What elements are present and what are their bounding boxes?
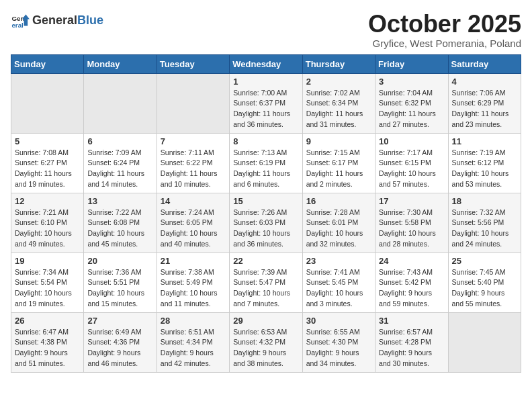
day-info: Sunrise: 7:45 AM Sunset: 5:40 PM Dayligh… — [452, 267, 517, 310]
day-info: Sunrise: 7:36 AM Sunset: 5:51 PM Dayligh… — [87, 267, 152, 310]
day-info: Sunrise: 6:47 AM Sunset: 4:38 PM Dayligh… — [15, 327, 80, 369]
day-number: 24 — [379, 256, 444, 266]
calendar-cell: 19Sunrise: 7:34 AM Sunset: 5:54 PM Dayli… — [11, 253, 84, 312]
day-number: 31 — [379, 316, 444, 326]
day-info: Sunrise: 6:57 AM Sunset: 4:28 PM Dayligh… — [379, 327, 444, 369]
calendar-cell — [157, 73, 229, 133]
calendar-cell: 18Sunrise: 7:32 AM Sunset: 5:56 PM Dayli… — [448, 193, 521, 253]
day-number: 1 — [233, 77, 298, 87]
day-info: Sunrise: 6:51 AM Sunset: 4:34 PM Dayligh… — [161, 327, 226, 369]
day-of-week-header: Sunday — [11, 54, 84, 73]
calendar-week-row: 12Sunrise: 7:21 AM Sunset: 6:10 PM Dayli… — [11, 193, 521, 253]
calendar-week-row: 19Sunrise: 7:34 AM Sunset: 5:54 PM Dayli… — [11, 253, 521, 312]
calendar-week-row: 1Sunrise: 7:00 AM Sunset: 6:37 PM Daylig… — [11, 73, 521, 133]
day-number: 9 — [306, 136, 371, 146]
day-number: 10 — [379, 136, 444, 146]
day-number: 12 — [15, 196, 80, 206]
calendar-cell: 15Sunrise: 7:26 AM Sunset: 6:03 PM Dayli… — [230, 193, 302, 253]
calendar-cell: 22Sunrise: 7:39 AM Sunset: 5:47 PM Dayli… — [230, 253, 302, 312]
logo-general: General — [32, 13, 77, 28]
location-subtitle: Gryfice, West Pomerania, Poland — [368, 38, 521, 49]
calendar-cell: 2Sunrise: 7:02 AM Sunset: 6:34 PM Daylig… — [302, 73, 375, 133]
day-info: Sunrise: 7:11 AM Sunset: 6:22 PM Dayligh… — [161, 148, 226, 190]
calendar-cell — [11, 73, 84, 133]
calendar-cell: 4Sunrise: 7:06 AM Sunset: 6:29 PM Daylig… — [448, 73, 521, 133]
day-number: 25 — [452, 256, 517, 266]
calendar-cell: 29Sunrise: 6:53 AM Sunset: 4:32 PM Dayli… — [230, 312, 302, 372]
calendar-cell: 28Sunrise: 6:51 AM Sunset: 4:34 PM Dayli… — [157, 312, 229, 372]
day-info: Sunrise: 6:55 AM Sunset: 4:30 PM Dayligh… — [306, 327, 371, 369]
calendar-cell: 7Sunrise: 7:11 AM Sunset: 6:22 PM Daylig… — [157, 133, 229, 193]
day-info: Sunrise: 7:19 AM Sunset: 6:12 PM Dayligh… — [452, 148, 517, 190]
day-info: Sunrise: 6:53 AM Sunset: 4:32 PM Dayligh… — [233, 327, 298, 369]
day-info: Sunrise: 7:21 AM Sunset: 6:10 PM Dayligh… — [15, 208, 80, 250]
day-number: 2 — [306, 77, 371, 87]
calendar-cell: 1Sunrise: 7:00 AM Sunset: 6:37 PM Daylig… — [230, 73, 302, 133]
calendar-header-row: SundayMondayTuesdayWednesdayThursdayFrid… — [11, 54, 521, 73]
calendar-cell — [448, 312, 521, 372]
day-number: 22 — [233, 256, 298, 266]
day-info: Sunrise: 7:09 AM Sunset: 6:24 PM Dayligh… — [87, 148, 152, 190]
day-of-week-header: Thursday — [302, 54, 375, 73]
day-number: 8 — [233, 136, 298, 146]
day-info: Sunrise: 7:41 AM Sunset: 5:45 PM Dayligh… — [306, 267, 371, 310]
day-number: 4 — [452, 77, 517, 87]
calendar-week-row: 26Sunrise: 6:47 AM Sunset: 4:38 PM Dayli… — [11, 312, 521, 372]
day-number: 7 — [161, 136, 226, 146]
calendar-cell — [84, 73, 157, 133]
calendar-cell: 26Sunrise: 6:47 AM Sunset: 4:38 PM Dayli… — [11, 312, 84, 372]
day-number: 27 — [87, 316, 152, 326]
calendar-cell: 20Sunrise: 7:36 AM Sunset: 5:51 PM Dayli… — [84, 253, 157, 312]
day-info: Sunrise: 7:02 AM Sunset: 6:34 PM Dayligh… — [306, 88, 371, 130]
day-number: 18 — [452, 196, 517, 206]
day-info: Sunrise: 7:08 AM Sunset: 6:27 PM Dayligh… — [15, 148, 80, 190]
day-number: 3 — [379, 77, 444, 87]
calendar-cell: 9Sunrise: 7:15 AM Sunset: 6:17 PM Daylig… — [302, 133, 375, 193]
calendar-cell: 6Sunrise: 7:09 AM Sunset: 6:24 PM Daylig… — [84, 133, 157, 193]
calendar-cell: 14Sunrise: 7:24 AM Sunset: 6:05 PM Dayli… — [157, 193, 229, 253]
day-number: 11 — [452, 136, 517, 146]
calendar-cell: 25Sunrise: 7:45 AM Sunset: 5:40 PM Dayli… — [448, 253, 521, 312]
calendar-cell: 21Sunrise: 7:38 AM Sunset: 5:49 PM Dayli… — [157, 253, 229, 312]
day-info: Sunrise: 7:34 AM Sunset: 5:54 PM Dayligh… — [15, 267, 80, 310]
day-number: 13 — [87, 196, 152, 206]
day-of-week-header: Saturday — [448, 54, 521, 73]
day-info: Sunrise: 6:49 AM Sunset: 4:36 PM Dayligh… — [87, 327, 152, 369]
calendar-cell: 23Sunrise: 7:41 AM Sunset: 5:45 PM Dayli… — [302, 253, 375, 312]
day-number: 26 — [15, 316, 80, 326]
logo: Gen eral GeneralBlue — [11, 11, 103, 30]
day-info: Sunrise: 7:32 AM Sunset: 5:56 PM Dayligh… — [452, 208, 517, 250]
day-number: 19 — [15, 256, 80, 266]
calendar-cell: 16Sunrise: 7:28 AM Sunset: 6:01 PM Dayli… — [302, 193, 375, 253]
calendar-cell: 24Sunrise: 7:43 AM Sunset: 5:42 PM Dayli… — [375, 253, 448, 312]
day-number: 16 — [306, 196, 371, 206]
logo-icon: Gen eral — [11, 11, 30, 30]
calendar-cell: 8Sunrise: 7:13 AM Sunset: 6:19 PM Daylig… — [230, 133, 302, 193]
calendar-cell: 31Sunrise: 6:57 AM Sunset: 4:28 PM Dayli… — [375, 312, 448, 372]
calendar-cell: 27Sunrise: 6:49 AM Sunset: 4:36 PM Dayli… — [84, 312, 157, 372]
day-number: 17 — [379, 196, 444, 206]
day-info: Sunrise: 7:28 AM Sunset: 6:01 PM Dayligh… — [306, 208, 371, 250]
calendar-cell: 17Sunrise: 7:30 AM Sunset: 5:58 PM Dayli… — [375, 193, 448, 253]
day-of-week-header: Friday — [375, 54, 448, 73]
day-number: 5 — [15, 136, 80, 146]
calendar-body: 1Sunrise: 7:00 AM Sunset: 6:37 PM Daylig… — [11, 73, 521, 372]
day-info: Sunrise: 7:24 AM Sunset: 6:05 PM Dayligh… — [161, 208, 226, 250]
day-info: Sunrise: 7:38 AM Sunset: 5:49 PM Dayligh… — [161, 267, 226, 310]
day-info: Sunrise: 7:26 AM Sunset: 6:03 PM Dayligh… — [233, 208, 298, 250]
page-header: Gen eral GeneralBlue October 2025 Gryfic… — [11, 11, 521, 49]
day-number: 30 — [306, 316, 371, 326]
month-title: October 2025 — [368, 11, 521, 38]
calendar-cell: 10Sunrise: 7:17 AM Sunset: 6:15 PM Dayli… — [375, 133, 448, 193]
day-info: Sunrise: 7:30 AM Sunset: 5:58 PM Dayligh… — [379, 208, 444, 250]
day-info: Sunrise: 7:00 AM Sunset: 6:37 PM Dayligh… — [233, 88, 298, 130]
day-number: 6 — [87, 136, 152, 146]
day-number: 15 — [233, 196, 298, 206]
svg-text:eral: eral — [11, 21, 24, 29]
day-info: Sunrise: 7:17 AM Sunset: 6:15 PM Dayligh… — [379, 148, 444, 190]
day-number: 29 — [233, 316, 298, 326]
calendar-cell: 13Sunrise: 7:22 AM Sunset: 6:08 PM Dayli… — [84, 193, 157, 253]
day-number: 21 — [161, 256, 226, 266]
day-info: Sunrise: 7:22 AM Sunset: 6:08 PM Dayligh… — [87, 208, 152, 250]
calendar-table: SundayMondayTuesdayWednesdayThursdayFrid… — [11, 54, 521, 373]
